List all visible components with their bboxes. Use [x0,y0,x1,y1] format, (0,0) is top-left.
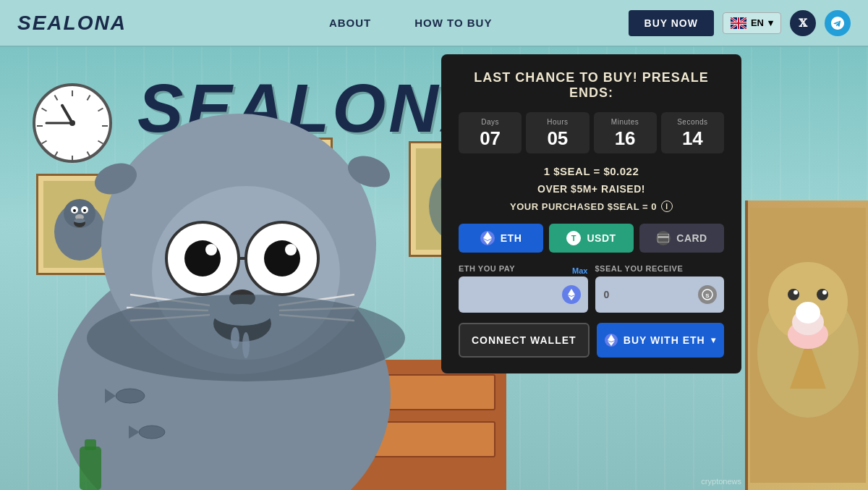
usdt-token-icon: T [566,231,581,245]
buy-eth-label: BUY WITH ETH [624,334,705,346]
right-character [745,200,868,490]
navbar: SEALONA About How To Buy BUY NOW EN ▾ 𝕏 [0,0,868,47]
svg-marker-86 [568,289,575,296]
twitter-icon[interactable]: 𝕏 [790,10,816,36]
svg-point-75 [817,289,828,300]
nav-right: BUY NOW EN ▾ 𝕏 [629,10,851,36]
eth-input-group: ETH you pay Max [459,264,588,313]
presale-panel: LAST CHANCE TO BUY! PRESALE ENDS: Days 0… [441,54,741,373]
watermark: cryptonews [701,477,741,486]
eth-pay-label: ETH you pay [459,264,515,273]
svg-point-77 [822,290,827,295]
telegram-icon[interactable] [825,10,851,36]
countdown-seconds: Seconds 14 [661,112,724,153]
token-buttons: ETH T USDT CARD [459,224,724,253]
svg-point-62 [116,389,145,403]
countdown-minutes: Minutes 16 [594,112,657,153]
lang-label: EN [751,17,764,28]
svg-point-66 [87,295,405,381]
svg-rect-69 [80,447,101,490]
svg-point-76 [793,290,798,295]
eth-input[interactable] [459,276,588,313]
card-button[interactable]: CARD [639,224,724,253]
minutes-label: Minutes [604,118,647,126]
buy-now-button[interactable]: BUY NOW [629,10,714,36]
svg-point-49 [205,244,217,255]
usdt-button[interactable]: T USDT [549,224,634,253]
info-icon[interactable]: i [661,200,673,212]
days-label: Days [469,118,511,126]
nav-about[interactable]: About [329,17,371,29]
hours-value: 05 [536,129,579,148]
svg-marker-82 [483,232,492,240]
svg-marker-90 [608,334,615,342]
buy-eth-icon [605,334,618,347]
nav-how-to-buy[interactable]: How To Buy [414,17,492,29]
raised-line: OVER $5M+ RAISED! [459,183,724,195]
svg-rect-8 [738,17,739,29]
card-token-icon [656,231,671,245]
countdown-days: Days 07 [459,112,522,153]
svg-point-64 [139,426,165,439]
eth-token-icon [480,231,495,245]
seal-coin-icon: S [698,285,717,304]
svg-marker-87 [568,295,575,300]
presale-title: LAST CHANCE TO BUY! PRESALE ENDS: [459,70,724,101]
hours-label: Hours [536,118,579,126]
days-value: 07 [469,129,511,148]
svg-rect-70 [85,439,96,450]
minutes-value: 16 [604,129,647,148]
svg-text:S: S [705,292,710,299]
main-background: SEALONA [0,47,868,490]
eth-button[interactable]: ETH [459,224,543,253]
svg-point-74 [788,289,799,300]
svg-point-81 [796,302,820,324]
seal-input-group: $SEAL you receive 0 S [595,264,725,313]
countdown-hours: Hours 05 [526,112,589,153]
max-label[interactable]: Max [572,266,587,275]
seconds-label: Seconds [671,118,714,126]
nav-links: About How To Buy [329,17,493,29]
inputs-row: ETH you pay Max $SEAL you receive [459,264,724,313]
purchased-line: YOUR PURCHASED $SEAL = 0 i [459,200,724,212]
connect-wallet-button[interactable]: CONNECT WALLET [459,323,590,358]
svg-rect-85 [658,236,669,238]
flag-uk-icon [731,17,746,29]
svg-point-50 [285,244,297,255]
eth-coin-icon [562,285,581,304]
price-line: 1 $SEAL = $0.022 [459,165,724,177]
language-button[interactable]: EN ▾ [723,12,781,34]
countdown: Days 07 Hours 05 Minutes 16 Seconds 14 [459,112,724,153]
seconds-value: 14 [671,129,714,148]
svg-marker-91 [608,341,615,346]
lang-chevron-icon: ▾ [768,17,773,28]
seal-input: 0 S [595,276,725,313]
action-buttons: CONNECT WALLET BUY WITH ETH ▾ [459,323,724,358]
seal-receive-label: $SEAL you receive [595,264,684,273]
buy-with-eth-button[interactable]: BUY WITH ETH ▾ [597,323,725,358]
seal-cartoon [22,85,470,490]
buy-eth-chevron-icon: ▾ [711,335,716,345]
logo: SEALONA [17,12,127,35]
seal-input-value: 0 [604,289,610,300]
